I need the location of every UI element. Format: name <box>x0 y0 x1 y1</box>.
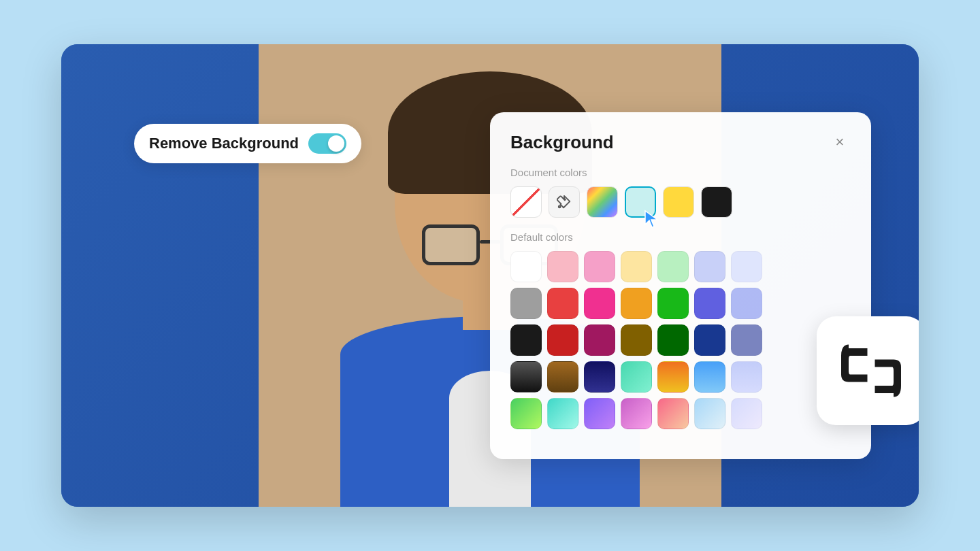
default-colors-grid <box>510 251 789 429</box>
glasses-left <box>422 224 480 265</box>
close-icon: × <box>836 133 845 151</box>
svg-marker-1 <box>645 211 657 227</box>
grid-swatch-partial-3[interactable] <box>731 324 762 356</box>
main-container: Remove Background Background × Document … <box>61 44 919 507</box>
cursor-pointer-icon <box>644 210 660 231</box>
grid-swatch-grad-cyan[interactable] <box>547 398 578 429</box>
grid-swatch-light-blue[interactable] <box>694 251 725 282</box>
panel-title: Background <box>510 132 614 153</box>
svg-point-0 <box>559 206 561 208</box>
grid-swatch-partial-5[interactable] <box>731 398 762 429</box>
grid-swatch-blue[interactable] <box>694 288 725 319</box>
color-swatch-transparent[interactable] <box>510 186 542 218</box>
grid-swatch-grad-dark-navy[interactable] <box>584 361 615 393</box>
grid-swatch-partial-2[interactable] <box>731 288 762 319</box>
grid-swatch-orange[interactable] <box>621 288 652 319</box>
grid-swatch-grad-dark-gray[interactable] <box>510 361 542 393</box>
grid-swatch-partial-1[interactable] <box>731 251 762 282</box>
grid-swatch-partial-4[interactable] <box>731 361 762 393</box>
capcut-badge <box>817 316 919 425</box>
grid-swatch-grad-teal[interactable] <box>621 361 652 393</box>
grid-swatch-black[interactable] <box>510 324 542 356</box>
remove-bg-toggle[interactable] <box>308 133 346 154</box>
remove-background-pill: Remove Background <box>134 124 361 163</box>
grid-swatch-grad-magenta[interactable] <box>621 398 652 429</box>
document-colors-label: Document colors <box>510 167 851 178</box>
grid-swatch-green[interactable] <box>657 288 689 319</box>
grid-swatch-grad-coral[interactable] <box>657 398 689 429</box>
grid-swatch-grad-sky[interactable] <box>694 398 725 429</box>
grid-swatch-dark-blue[interactable] <box>694 324 725 356</box>
background-panel: Background × Document colors <box>490 112 871 459</box>
grid-swatch-dark-yellow[interactable] <box>621 324 652 356</box>
grid-swatch-light-yellow[interactable] <box>621 251 652 282</box>
capcut-logo-icon <box>834 333 909 408</box>
grid-swatch-grad-green[interactable] <box>510 398 542 429</box>
color-swatch-eyedropper[interactable] <box>549 186 580 218</box>
grid-swatch-gray[interactable] <box>510 288 542 319</box>
toggle-thumb <box>328 135 344 152</box>
grid-swatch-grad-brown[interactable] <box>547 361 578 393</box>
close-button[interactable]: × <box>829 131 851 153</box>
grid-swatch-white[interactable] <box>510 251 542 282</box>
default-colors-label: Default colors <box>510 231 851 243</box>
eyedropper-icon <box>557 195 572 210</box>
grid-swatch-dark-pink[interactable] <box>584 324 615 356</box>
color-swatch-yellow[interactable] <box>663 186 694 218</box>
panel-header: Background × <box>510 131 851 153</box>
grid-swatch-grad-purple[interactable] <box>584 398 615 429</box>
grid-swatch-grad-light-blue[interactable] <box>694 361 725 393</box>
color-swatch-black[interactable] <box>701 186 732 218</box>
grid-swatch-light-green[interactable] <box>657 251 689 282</box>
color-swatch-cyan-selected[interactable] <box>625 186 656 218</box>
grid-swatch-pink[interactable] <box>584 251 615 282</box>
grid-swatch-grad-orange-yellow[interactable] <box>657 361 689 393</box>
remove-bg-label: Remove Background <box>149 135 299 152</box>
grid-swatch-dark-red[interactable] <box>547 324 578 356</box>
color-swatch-gradient[interactable] <box>587 186 618 218</box>
document-colors-row <box>510 186 851 218</box>
grid-swatch-dark-green[interactable] <box>657 324 689 356</box>
grid-swatch-hot-pink[interactable] <box>584 288 615 319</box>
grid-swatch-red[interactable] <box>547 288 578 319</box>
grid-swatch-light-pink[interactable] <box>547 251 578 282</box>
